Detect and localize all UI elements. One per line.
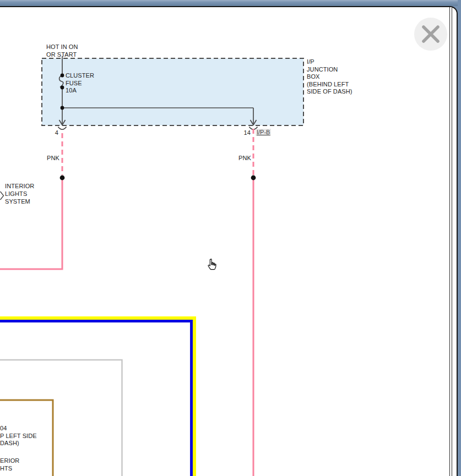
splice-dots — [60, 176, 256, 180]
jb-label-line5: SIDE OF DASH) — [307, 88, 352, 96]
wiring-diagram-graphics — [0, 0, 461, 476]
offpage-label-line1: INTERIOR — [5, 183, 34, 190]
junction-box-label: I/P JUNCTION BOX (BEHIND LEFT SIDE OF DA… — [307, 58, 352, 96]
connector-arcs — [58, 127, 258, 130]
offpage-label-line2: LIGHTS — [5, 190, 34, 198]
cutoff-system-line2: HTS — [0, 465, 19, 473]
fuse-label-line3: 10A — [66, 87, 94, 95]
fuse-label-line1: CLUSTER — [66, 72, 94, 80]
pin-number-right: 14 — [237, 129, 251, 137]
close-icon — [414, 18, 447, 51]
branch-junction-dot — [61, 106, 64, 110]
pin-number-left: 4 — [47, 129, 58, 137]
interior-lights-system-label: INTERIOR LIGHTS SYSTEM — [5, 183, 34, 205]
pnk-wires — [0, 129, 253, 476]
connector-id-link[interactable]: I/P-B — [256, 129, 271, 136]
hand-cursor — [205, 258, 219, 272]
cutoff-ground-line1: 04 — [0, 425, 37, 433]
highlight-box-yellow — [0, 318, 194, 476]
cutoff-system-label: ERIOR HTS — [0, 457, 19, 472]
wiring-diagram-canvas[interactable]: HOT IN ON OR START CLUSTER FUSE 10A I/P … — [0, 0, 461, 476]
jb-label-line1: I/P — [307, 58, 352, 66]
fuse-terminal-bottom-dot — [61, 86, 64, 90]
screen: { "colors": { "titlebar": "#7590b0", "wi… — [0, 0, 461, 476]
offpage-label-line3: SYSTEM — [5, 198, 34, 206]
close-button[interactable] — [414, 18, 447, 51]
hot-label-line2: OR START — [46, 51, 78, 59]
highlight-box-blue — [0, 321, 192, 476]
connector-arc-left — [58, 127, 67, 130]
wire-color-label-right: PNK — [232, 155, 251, 162]
cutoff-system-line1: ERIOR — [0, 457, 19, 465]
hot-label-line1: HOT IN ON — [46, 43, 78, 51]
cutoff-ground-line3: DASH) — [0, 440, 37, 447]
splice-dot-right — [251, 176, 256, 180]
jb-label-line2: JUNCTION — [307, 66, 352, 74]
fuse-terminal-top-dot — [61, 74, 64, 78]
jb-label-line4: (BEHIND LEFT — [307, 81, 352, 89]
wire-color-label-left: PNK — [41, 155, 59, 162]
jb-label-line3: BOX — [307, 73, 352, 81]
fuse-label-line2: FUSE — [66, 80, 94, 87]
hand-cursor-icon — [205, 258, 219, 272]
hot-in-on-label: HOT IN ON OR START — [46, 43, 78, 58]
splice-dot-left — [60, 176, 65, 180]
cluster-fuse-label: CLUSTER FUSE 10A — [66, 72, 94, 95]
cutoff-ground-line2: P LEFT SIDE — [0, 433, 37, 440]
offpage-arrow-icon — [1, 192, 4, 200]
cutoff-ground-label: 04 P LEFT SIDE DASH) — [0, 425, 37, 447]
